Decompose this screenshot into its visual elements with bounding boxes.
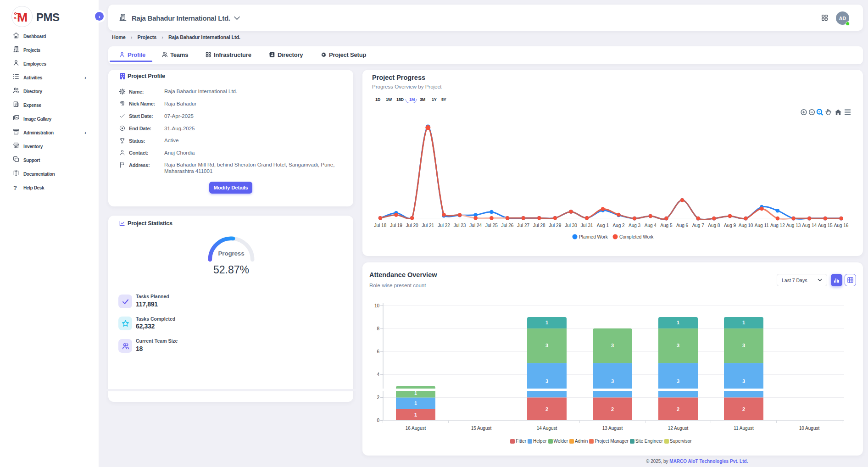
svg-text:Aug 10: Aug 10 (739, 223, 753, 228)
svg-text:14 August: 14 August (537, 426, 557, 431)
svg-text:Aug 1: Aug 1 (597, 223, 609, 228)
svg-text:12 August: 12 August (668, 426, 689, 431)
svg-text:2: 2 (742, 406, 745, 412)
svg-text:Jul 20: Jul 20 (406, 223, 418, 228)
svg-text:6: 6 (377, 349, 379, 354)
svg-text:8: 8 (377, 326, 379, 331)
svg-text:Jul 31: Jul 31 (581, 223, 593, 228)
svg-text:3: 3 (677, 378, 679, 384)
svg-text:1: 1 (414, 390, 417, 396)
svg-text:Jul 21: Jul 21 (422, 223, 434, 228)
svg-text:11 August: 11 August (734, 426, 754, 431)
svg-text:Aug 15: Aug 15 (818, 223, 833, 228)
svg-text:Jul 30: Jul 30 (565, 223, 577, 228)
svg-text:4: 4 (377, 372, 379, 377)
svg-text:2: 2 (611, 406, 614, 412)
svg-text:10 August: 10 August (799, 426, 820, 431)
svg-text:1: 1 (545, 320, 548, 325)
svg-text:Aug 11: Aug 11 (755, 223, 769, 228)
svg-text:16 August: 16 August (406, 426, 426, 431)
svg-text:3: 3 (545, 378, 548, 384)
svg-text:3: 3 (545, 343, 548, 348)
svg-text:Aug 14: Aug 14 (802, 223, 817, 228)
svg-text:Jul 26: Jul 26 (501, 223, 514, 228)
svg-text:10: 10 (374, 303, 380, 308)
svg-text:Aug 6: Aug 6 (676, 223, 689, 228)
svg-text:Jul 23: Jul 23 (454, 223, 466, 228)
svg-text:Aug 2: Aug 2 (612, 223, 625, 228)
svg-text:Aug 3: Aug 3 (629, 223, 641, 228)
svg-text:0: 0 (377, 418, 379, 423)
svg-text:3: 3 (611, 378, 614, 384)
svg-text:Jul 24: Jul 24 (469, 223, 482, 228)
svg-text:1: 1 (677, 320, 679, 325)
svg-text:3: 3 (677, 343, 679, 348)
svg-text:Aug 12: Aug 12 (770, 223, 785, 228)
svg-text:Aug 7: Aug 7 (692, 223, 705, 228)
svg-text:Jul 25: Jul 25 (485, 223, 498, 228)
svg-text:3: 3 (742, 343, 745, 348)
svg-text:2: 2 (377, 395, 379, 400)
svg-text:Jul 19: Jul 19 (390, 223, 402, 228)
svg-text:3: 3 (742, 378, 745, 384)
svg-text:Completed Work: Completed Work (619, 234, 654, 239)
svg-text:Jul 28: Jul 28 (533, 223, 545, 228)
svg-text:M: M (17, 10, 28, 24)
svg-text:1: 1 (742, 320, 745, 325)
svg-text:Jul 27: Jul 27 (517, 223, 529, 228)
svg-text:Aug 13: Aug 13 (786, 223, 801, 228)
svg-text:Jul 22: Jul 22 (438, 223, 450, 228)
svg-text:15 August: 15 August (471, 426, 492, 431)
svg-text:Aug 9: Aug 9 (724, 223, 736, 228)
svg-text:Aug 4: Aug 4 (645, 223, 657, 228)
svg-text:Jul 18: Jul 18 (374, 223, 387, 228)
svg-text:1: 1 (414, 400, 417, 406)
svg-text:Aug 5: Aug 5 (660, 223, 673, 228)
svg-text:Aug 16: Aug 16 (834, 223, 849, 228)
svg-text:2: 2 (545, 406, 548, 412)
svg-text:Aug 8: Aug 8 (708, 223, 720, 228)
svg-text:Planned Work: Planned Work (579, 234, 608, 239)
svg-text:13 August: 13 August (602, 426, 623, 431)
svg-text:1: 1 (414, 412, 417, 417)
svg-text:Jul 29: Jul 29 (549, 223, 562, 228)
svg-text:3: 3 (611, 343, 614, 348)
svg-text:2: 2 (677, 406, 679, 412)
